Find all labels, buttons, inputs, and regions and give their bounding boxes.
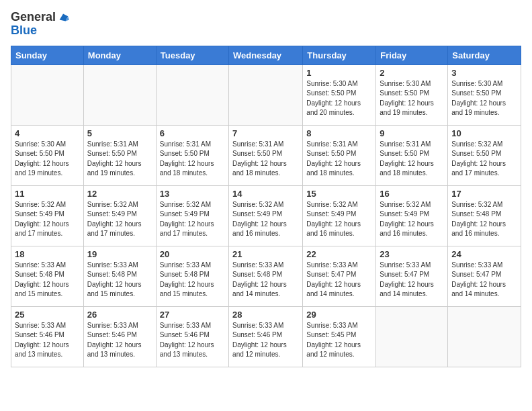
calendar-cell <box>376 306 448 367</box>
day-info: Sunrise: 5:33 AM Sunset: 5:46 PM Dayligh… <box>232 321 299 360</box>
calendar-cell: 12Sunrise: 5:32 AM Sunset: 5:49 PM Dayli… <box>83 185 156 246</box>
day-number: 25 <box>15 310 80 320</box>
calendar-cell: 27Sunrise: 5:33 AM Sunset: 5:46 PM Dayli… <box>156 306 228 367</box>
day-info: Sunrise: 5:32 AM Sunset: 5:49 PM Dayligh… <box>15 200 80 239</box>
calendar-cell: 19Sunrise: 5:33 AM Sunset: 5:48 PM Dayli… <box>83 246 156 306</box>
calendar-cell: 5Sunrise: 5:31 AM Sunset: 5:50 PM Daylig… <box>83 125 156 185</box>
day-number: 27 <box>160 310 225 320</box>
calendar-cell: 7Sunrise: 5:31 AM Sunset: 5:50 PM Daylig… <box>229 125 303 185</box>
day-number: 4 <box>15 128 80 138</box>
day-number: 28 <box>232 310 299 320</box>
day-of-week-header: Tuesday <box>156 46 228 64</box>
logo-blue: Blue <box>11 24 69 38</box>
calendar-cell: 25Sunrise: 5:33 AM Sunset: 5:46 PM Dayli… <box>11 306 84 367</box>
calendar-cell: 23Sunrise: 5:33 AM Sunset: 5:47 PM Dayli… <box>376 246 448 306</box>
calendar-cell: 28Sunrise: 5:33 AM Sunset: 5:46 PM Dayli… <box>229 306 303 367</box>
day-info: Sunrise: 5:33 AM Sunset: 5:46 PM Dayligh… <box>87 321 152 360</box>
day-number: 19 <box>87 249 152 259</box>
day-info: Sunrise: 5:32 AM Sunset: 5:49 PM Dayligh… <box>380 200 444 239</box>
day-of-week-header: Sunday <box>11 46 84 64</box>
day-of-week-header: Wednesday <box>229 46 303 64</box>
day-number: 24 <box>451 249 517 259</box>
day-info: Sunrise: 5:30 AM Sunset: 5:50 PM Dayligh… <box>15 140 80 179</box>
calendar-cell: 22Sunrise: 5:33 AM Sunset: 5:47 PM Dayli… <box>303 246 376 306</box>
calendar-cell <box>448 306 521 367</box>
day-of-week-header: Monday <box>83 46 156 64</box>
day-info: Sunrise: 5:33 AM Sunset: 5:48 PM Dayligh… <box>87 261 152 300</box>
calendar-cell <box>156 64 228 125</box>
day-number: 22 <box>306 249 372 259</box>
day-info: Sunrise: 5:33 AM Sunset: 5:48 PM Dayligh… <box>15 261 80 300</box>
calendar-cell: 6Sunrise: 5:31 AM Sunset: 5:50 PM Daylig… <box>156 125 228 185</box>
calendar-cell: 26Sunrise: 5:33 AM Sunset: 5:46 PM Dayli… <box>83 306 156 367</box>
calendar-cell <box>11 64 84 125</box>
calendar-cell <box>83 64 156 125</box>
logo: General Blue <box>11 11 69 38</box>
calendar-cell: 11Sunrise: 5:32 AM Sunset: 5:49 PM Dayli… <box>11 185 84 246</box>
day-number: 13 <box>160 189 225 199</box>
calendar-cell: 14Sunrise: 5:32 AM Sunset: 5:49 PM Dayli… <box>229 185 303 246</box>
calendar-cell: 17Sunrise: 5:32 AM Sunset: 5:48 PM Dayli… <box>448 185 521 246</box>
calendar-cell: 1Sunrise: 5:30 AM Sunset: 5:50 PM Daylig… <box>303 64 376 125</box>
day-info: Sunrise: 5:33 AM Sunset: 5:47 PM Dayligh… <box>306 261 372 300</box>
day-number: 12 <box>87 189 152 199</box>
calendar-cell: 3Sunrise: 5:30 AM Sunset: 5:50 PM Daylig… <box>448 64 521 125</box>
day-info: Sunrise: 5:31 AM Sunset: 5:50 PM Dayligh… <box>306 140 372 179</box>
day-number: 29 <box>306 310 372 320</box>
day-number: 10 <box>451 128 517 138</box>
day-info: Sunrise: 5:30 AM Sunset: 5:50 PM Dayligh… <box>306 79 372 118</box>
day-info: Sunrise: 5:33 AM Sunset: 5:46 PM Dayligh… <box>160 321 225 360</box>
calendar-cell: 13Sunrise: 5:32 AM Sunset: 5:49 PM Dayli… <box>156 185 228 246</box>
day-of-week-header: Saturday <box>448 46 521 64</box>
day-number: 8 <box>306 128 372 138</box>
day-number: 3 <box>451 68 517 78</box>
day-info: Sunrise: 5:32 AM Sunset: 5:50 PM Dayligh… <box>451 140 517 179</box>
day-info: Sunrise: 5:31 AM Sunset: 5:50 PM Dayligh… <box>232 140 299 179</box>
day-number: 23 <box>380 249 444 259</box>
day-info: Sunrise: 5:32 AM Sunset: 5:49 PM Dayligh… <box>232 200 299 239</box>
day-number: 18 <box>15 249 80 259</box>
day-number: 7 <box>232 128 299 138</box>
day-number: 14 <box>232 189 299 199</box>
calendar-cell: 18Sunrise: 5:33 AM Sunset: 5:48 PM Dayli… <box>11 246 84 306</box>
calendar-cell <box>229 64 303 125</box>
calendar-cell: 2Sunrise: 5:30 AM Sunset: 5:50 PM Daylig… <box>376 64 448 125</box>
calendar-cell: 29Sunrise: 5:33 AM Sunset: 5:45 PM Dayli… <box>303 306 376 367</box>
day-info: Sunrise: 5:31 AM Sunset: 5:50 PM Dayligh… <box>160 140 225 179</box>
calendar-cell: 4Sunrise: 5:30 AM Sunset: 5:50 PM Daylig… <box>11 125 84 185</box>
calendar-cell: 24Sunrise: 5:33 AM Sunset: 5:47 PM Dayli… <box>448 246 521 306</box>
day-number: 1 <box>306 68 372 78</box>
day-number: 20 <box>160 249 225 259</box>
day-info: Sunrise: 5:31 AM Sunset: 5:50 PM Dayligh… <box>87 140 152 179</box>
day-info: Sunrise: 5:31 AM Sunset: 5:50 PM Dayligh… <box>380 140 444 179</box>
day-number: 11 <box>15 189 80 199</box>
calendar-cell: 20Sunrise: 5:33 AM Sunset: 5:48 PM Dayli… <box>156 246 228 306</box>
day-info: Sunrise: 5:33 AM Sunset: 5:47 PM Dayligh… <box>380 261 444 300</box>
logo-icon <box>57 11 69 24</box>
day-number: 17 <box>451 189 517 199</box>
calendar-cell: 15Sunrise: 5:32 AM Sunset: 5:49 PM Dayli… <box>303 185 376 246</box>
calendar-cell: 10Sunrise: 5:32 AM Sunset: 5:50 PM Dayli… <box>448 125 521 185</box>
day-number: 2 <box>380 68 444 78</box>
day-info: Sunrise: 5:32 AM Sunset: 5:49 PM Dayligh… <box>306 200 372 239</box>
calendar-cell: 9Sunrise: 5:31 AM Sunset: 5:50 PM Daylig… <box>376 125 448 185</box>
day-info: Sunrise: 5:32 AM Sunset: 5:49 PM Dayligh… <box>160 200 225 239</box>
calendar-table: SundayMondayTuesdayWednesdayThursdayFrid… <box>11 46 521 367</box>
day-info: Sunrise: 5:33 AM Sunset: 5:48 PM Dayligh… <box>232 261 299 300</box>
day-info: Sunrise: 5:33 AM Sunset: 5:45 PM Dayligh… <box>306 321 372 360</box>
calendar-cell: 21Sunrise: 5:33 AM Sunset: 5:48 PM Dayli… <box>229 246 303 306</box>
day-number: 16 <box>380 189 444 199</box>
calendar-cell: 16Sunrise: 5:32 AM Sunset: 5:49 PM Dayli… <box>376 185 448 246</box>
day-number: 26 <box>87 310 152 320</box>
day-info: Sunrise: 5:30 AM Sunset: 5:50 PM Dayligh… <box>451 79 517 118</box>
day-of-week-header: Friday <box>376 46 448 64</box>
day-number: 6 <box>160 128 225 138</box>
day-info: Sunrise: 5:33 AM Sunset: 5:47 PM Dayligh… <box>451 261 517 300</box>
day-info: Sunrise: 5:33 AM Sunset: 5:46 PM Dayligh… <box>15 321 80 360</box>
day-info: Sunrise: 5:32 AM Sunset: 5:49 PM Dayligh… <box>87 200 152 239</box>
day-info: Sunrise: 5:32 AM Sunset: 5:48 PM Dayligh… <box>451 200 517 239</box>
day-info: Sunrise: 5:30 AM Sunset: 5:50 PM Dayligh… <box>380 79 444 118</box>
day-number: 9 <box>380 128 444 138</box>
calendar-cell: 8Sunrise: 5:31 AM Sunset: 5:50 PM Daylig… <box>303 125 376 185</box>
day-info: Sunrise: 5:33 AM Sunset: 5:48 PM Dayligh… <box>160 261 225 300</box>
